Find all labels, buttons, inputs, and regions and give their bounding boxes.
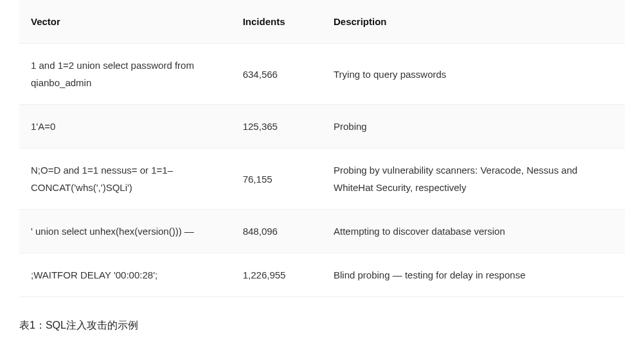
cell-description: Attempting to discover database version	[322, 210, 625, 253]
header-incidents: Incidents	[231, 0, 322, 44]
cell-description: Blind probing — testing for delay in res…	[322, 253, 625, 297]
sql-injection-table: Vector Incidents Description 1 and 1=2 u…	[19, 0, 625, 297]
table-row: 1 and 1=2 union select password from qia…	[19, 44, 625, 105]
cell-vector: ;WAITFOR DELAY '00:00:28';	[19, 253, 231, 297]
header-vector: Vector	[19, 0, 231, 44]
table-row: ;WAITFOR DELAY '00:00:28'; 1,226,955 Bli…	[19, 253, 625, 297]
cell-vector: 1'A=0	[19, 105, 231, 149]
cell-vector: ' union select unhex(hex(version())) —	[19, 210, 231, 253]
cell-vector: 1 and 1=2 union select password from qia…	[19, 44, 231, 105]
table-row: 1'A=0 125,365 Probing	[19, 105, 625, 149]
cell-incidents: 848,096	[231, 210, 322, 253]
table-row: ' union select unhex(hex(version())) — 8…	[19, 210, 625, 253]
cell-description: Probing by vulnerability scanners: Verac…	[322, 149, 625, 210]
cell-description: Trying to query passwords	[322, 44, 625, 105]
cell-incidents: 76,155	[231, 149, 322, 210]
table-caption: 表1：SQL注入攻击的示例	[19, 316, 625, 335]
cell-incidents: 1,226,955	[231, 253, 322, 297]
cell-description: Probing	[322, 105, 625, 149]
cell-vector: N;O=D and 1=1 nessus= or 1=1– CONCAT('wh…	[19, 149, 231, 210]
header-description: Description	[322, 0, 625, 44]
table-header-row: Vector Incidents Description	[19, 0, 625, 44]
cell-incidents: 634,566	[231, 44, 322, 105]
cell-incidents: 125,365	[231, 105, 322, 149]
table-row: N;O=D and 1=1 nessus= or 1=1– CONCAT('wh…	[19, 149, 625, 210]
